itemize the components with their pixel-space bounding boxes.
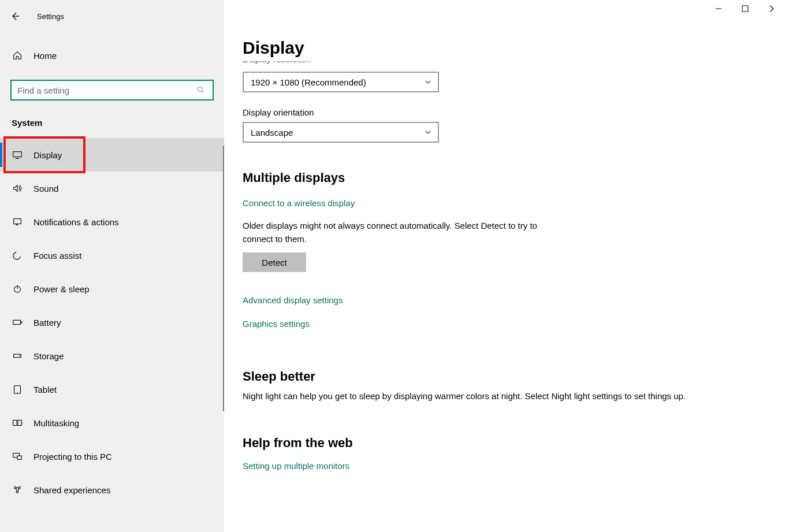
nav-label: Storage [34, 351, 64, 361]
svg-rect-15 [18, 421, 21, 426]
nav-label: Focus assist [34, 251, 81, 261]
nav-label: Battery [34, 318, 61, 328]
main-content: Display Display resolution 1920 × 1080 (… [224, 0, 785, 532]
resolution-value: 1920 × 1080 (Recommended) [251, 77, 366, 87]
overflow-button[interactable] [758, 0, 785, 17]
back-icon[interactable] [10, 12, 20, 21]
nav-list: Display Sound Notifications & actions Fo… [0, 138, 224, 507]
sleep-better-body: Night light can help you get to sleep by… [243, 390, 762, 403]
connect-wireless-link[interactable]: Connect to a wireless display [243, 198, 355, 208]
search-icon [195, 84, 207, 96]
nav-label: Tablet [34, 385, 57, 395]
help-link-multiple-monitors[interactable]: Setting up multiple monitors [243, 461, 349, 471]
category-label: System [0, 101, 224, 128]
svg-point-1 [198, 87, 202, 91]
sound-icon [12, 183, 23, 194]
svg-rect-9 [21, 321, 22, 323]
svg-rect-3 [13, 152, 21, 157]
nav-item-multitasking[interactable]: Multitasking [0, 406, 224, 440]
focus-assist-icon [12, 250, 23, 261]
nav-item-power-sleep[interactable]: Power & sleep [0, 272, 224, 306]
sleep-better-header: Sleep better [243, 369, 767, 384]
home-icon [12, 50, 23, 61]
minimize-button[interactable] [705, 0, 732, 17]
notifications-icon [12, 216, 23, 228]
detect-button[interactable]: Detect [243, 252, 306, 272]
svg-line-2 [202, 91, 204, 93]
sidebar-header: Settings [0, 5, 224, 28]
nav-item-sound[interactable]: Sound [0, 172, 224, 205]
nav-label: Power & sleep [34, 284, 90, 294]
maximize-button[interactable] [732, 0, 758, 17]
sidebar: Settings Home System Display Sound [0, 0, 224, 532]
nav-item-notifications[interactable]: Notifications & actions [0, 205, 224, 239]
older-displays-text: Older displays might not always connect … [243, 220, 566, 245]
home-label: Home [34, 51, 57, 61]
projecting-icon [12, 451, 23, 462]
orientation-label: Display orientation [243, 107, 767, 117]
svg-rect-5 [14, 219, 21, 224]
window-controls [705, 0, 785, 17]
svg-rect-8 [13, 320, 21, 324]
display-icon [12, 149, 23, 161]
shared-experiences-icon [12, 484, 23, 496]
battery-icon [12, 317, 23, 328]
svg-line-23 [16, 488, 17, 491]
storage-icon [12, 350, 23, 362]
nav-label: Projecting to this PC [34, 452, 112, 462]
svg-point-22 [16, 491, 18, 493]
svg-rect-19 [17, 456, 21, 459]
nav-label: Sound [34, 184, 58, 194]
multitasking-icon [12, 417, 23, 429]
advanced-display-link[interactable]: Advanced display settings [243, 295, 343, 305]
nav-label: Multitasking [34, 418, 79, 428]
svg-rect-14 [13, 421, 17, 426]
nav-label: Notifications & actions [34, 217, 119, 227]
nav-item-projecting[interactable]: Projecting to this PC [0, 440, 224, 473]
search-input[interactable] [17, 85, 195, 95]
window-title: Settings [37, 12, 64, 21]
svg-point-13 [17, 392, 17, 393]
nav-item-display[interactable]: Display [0, 138, 224, 172]
chevron-down-icon [424, 78, 432, 86]
svg-rect-27 [742, 6, 748, 12]
nav-item-storage[interactable]: Storage [0, 339, 224, 373]
page-title: Display [243, 38, 767, 58]
orientation-value: Landscape [251, 128, 293, 137]
multiple-displays-header: Multiple displays [243, 170, 767, 185]
search-box[interactable] [10, 80, 214, 101]
chevron-down-icon [424, 128, 432, 136]
svg-line-24 [18, 488, 19, 491]
nav-item-focus-assist[interactable]: Focus assist [0, 239, 224, 272]
power-icon [12, 283, 23, 295]
graphics-settings-link[interactable]: Graphics settings [243, 319, 310, 329]
resolution-dropdown[interactable]: 1920 × 1080 (Recommended) [243, 72, 439, 92]
orientation-dropdown[interactable]: Landscape [243, 122, 439, 143]
nav-label: Display [34, 150, 62, 160]
tablet-icon [12, 384, 23, 395]
nav-item-shared-experiences[interactable]: Shared experiences [0, 473, 224, 507]
help-header: Help from the web [243, 436, 767, 451]
nav-label: Shared experiences [34, 485, 110, 495]
sidebar-home[interactable]: Home [0, 42, 224, 69]
resolution-label-cutoff: Display resolution [243, 61, 767, 67]
svg-point-11 [20, 355, 21, 356]
nav-item-tablet[interactable]: Tablet [0, 373, 224, 406]
nav-item-battery[interactable]: Battery [0, 306, 224, 339]
